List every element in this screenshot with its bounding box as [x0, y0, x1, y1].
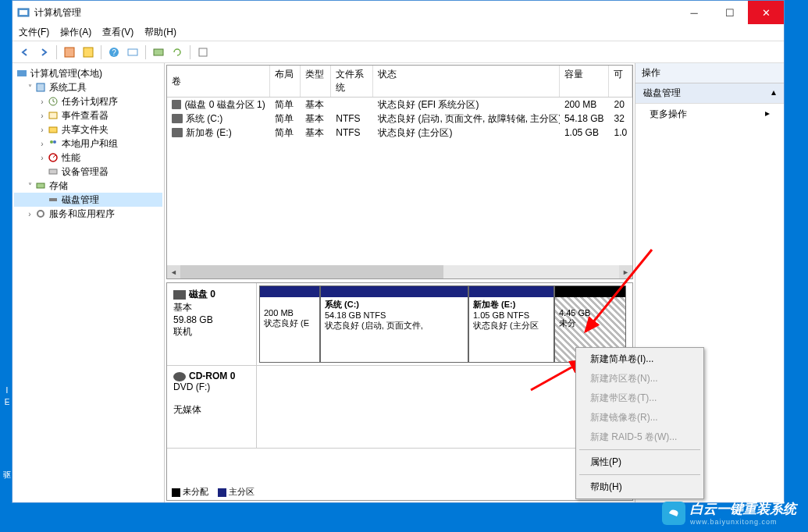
refresh-icon[interactable] [169, 44, 185, 60]
col-capacity[interactable]: 容量 [560, 66, 610, 97]
tree-services[interactable]: ›服务和应用程序 [14, 207, 162, 221]
tree-event-viewer[interactable]: ›事件查看器 [14, 108, 162, 122]
volume-icon [172, 114, 183, 123]
col-filesystem[interactable]: 文件系统 [331, 66, 373, 97]
svg-rect-19 [49, 198, 57, 201]
tree-device-manager[interactable]: 设备管理器 [14, 165, 162, 179]
disk-graphical-view: 磁盘 0 基本 59.88 GB 联机 200 MB状态良好 (E 系统 (C:… [166, 282, 633, 501]
menubar: 文件(F) 操作(A) 查看(V) 帮助(H) [12, 24, 784, 41]
tree-root[interactable]: 计算机管理(本地) [14, 66, 162, 80]
actions-diskmgmt[interactable]: 磁盘管理▴ [635, 83, 784, 104]
partition-newvol-e[interactable]: 新加卷 (E:)1.05 GB NTFS状态良好 (主分区 [468, 286, 554, 363]
menu-new-spanned-volume: 新建跨区卷(N)... [578, 369, 702, 388]
menu-action[interactable]: 操作(A) [60, 26, 91, 39]
cdrom-label[interactable]: CD-ROM 0 DVD (F:) 无媒体 [167, 366, 257, 448]
desktop-icon: 驱 [2, 470, 12, 481]
actions-more[interactable]: 更多操作▸ [635, 104, 784, 125]
volume-row[interactable]: (磁盘 0 磁盘分区 1) 简单基本状态良好 (EFI 系统分区)200 MB2… [167, 98, 632, 112]
desktop-icon: I [2, 386, 12, 395]
navigation-tree[interactable]: 计算机管理(本地) ˅系统工具 ›任务计划程序 ›事件查看器 ›共享文件夹 ›本… [12, 63, 165, 502]
svg-text:?: ? [112, 48, 116, 57]
menu-new-mirrored-volume: 新建镜像卷(R)... [578, 408, 702, 427]
menu-view[interactable]: 查看(V) [102, 26, 133, 39]
col-volume[interactable]: 卷 [167, 66, 270, 97]
menu-new-raid5-volume: 新建 RAID-5 卷(W)... [578, 427, 702, 447]
tree-storage[interactable]: ˅存储 [14, 179, 162, 193]
volume-icon [172, 100, 181, 109]
actions-header: 操作 [635, 63, 784, 83]
svg-rect-8 [199, 48, 207, 56]
svg-rect-9 [17, 70, 27, 76]
menu-new-striped-volume: 新建带区卷(T)... [578, 388, 702, 408]
svg-rect-17 [49, 169, 57, 174]
minimize-button[interactable]: ─ [676, 1, 712, 24]
toolbar-icon[interactable] [80, 44, 96, 60]
tree-disk-management[interactable]: 磁盘管理 [14, 193, 162, 207]
window-title: 计算机管理 [34, 6, 676, 20]
collapse-icon: ▴ [771, 87, 776, 100]
disk-icon [173, 290, 186, 300]
svg-rect-18 [37, 183, 44, 188]
menu-file[interactable]: 文件(F) [19, 26, 49, 39]
toolbar: ? [12, 41, 784, 63]
svg-point-20 [37, 211, 44, 217]
volume-icon [172, 128, 183, 137]
watermark: 白云一键重装系统 www.baiyunxitong.com [662, 500, 796, 526]
menu-help[interactable]: 帮助(H) [578, 477, 702, 497]
center-panel: 卷 布局 类型 文件系统 状态 容量 可 (磁盘 0 磁盘分区 1) 简单基本状… [165, 63, 635, 502]
legend: 未分配 主分区 [172, 486, 255, 498]
volume-row[interactable]: 新加卷 (E:) 简单基本NTFS状态良好 (主分区)1.05 GB1.0 [167, 126, 632, 140]
svg-rect-12 [49, 112, 57, 119]
svg-rect-2 [65, 48, 74, 57]
tree-system-tools[interactable]: ˅系统工具 [14, 80, 162, 94]
disk-label[interactable]: 磁盘 0 基本 59.88 GB 联机 [167, 283, 257, 365]
svg-rect-13 [49, 127, 57, 133]
disk-row[interactable]: 磁盘 0 基本 59.88 GB 联机 200 MB状态良好 (E 系统 (C:… [167, 283, 632, 366]
forward-button[interactable] [36, 44, 52, 60]
tree-task-scheduler[interactable]: ›任务计划程序 [14, 94, 162, 108]
volume-list-header[interactable]: 卷 布局 类型 文件系统 状态 容量 可 [167, 66, 632, 98]
tree-local-users[interactable]: ›本地用户和组 [14, 137, 162, 151]
volume-list[interactable]: 卷 布局 类型 文件系统 状态 容量 可 (磁盘 0 磁盘分区 1) 简单基本状… [166, 65, 633, 279]
horizontal-scrollbar[interactable]: ◄► [167, 265, 632, 278]
maximize-button[interactable]: ☐ [712, 1, 748, 24]
col-free[interactable]: 可 [609, 66, 632, 97]
tree-performance[interactable]: ›性能 [14, 151, 162, 165]
desktop-icon: E [2, 398, 12, 406]
toolbar-icon[interactable] [195, 44, 211, 60]
chevron-right-icon: ▸ [765, 108, 770, 121]
tree-shared-folders[interactable]: ›共享文件夹 [14, 122, 162, 137]
toolbar-icon[interactable] [125, 44, 141, 60]
menu-new-simple-volume[interactable]: 新建简单卷(I)... [578, 349, 702, 369]
app-icon [17, 6, 30, 19]
svg-point-15 [53, 140, 56, 144]
col-status[interactable]: 状态 [373, 66, 560, 97]
col-layout[interactable]: 布局 [270, 66, 301, 97]
context-menu: 新建简单卷(I)... 新建跨区卷(N)... 新建带区卷(T)... 新建镜像… [575, 347, 704, 499]
partition-efi[interactable]: 200 MB状态良好 (E [259, 286, 320, 363]
svg-rect-1 [20, 10, 27, 15]
volume-row[interactable]: 系统 (C:) 简单基本NTFS状态良好 (启动, 页面文件, 故障转储, 主分… [167, 112, 632, 126]
toolbar-icon[interactable] [62, 44, 77, 60]
cdrom-icon [173, 372, 186, 381]
menu-help[interactable]: 帮助(H) [144, 26, 176, 39]
svg-rect-7 [154, 49, 163, 55]
svg-point-14 [50, 140, 53, 144]
svg-rect-6 [128, 49, 137, 55]
help-icon[interactable]: ? [106, 44, 122, 60]
close-button[interactable]: ✕ [748, 1, 784, 24]
watermark-logo-icon [662, 502, 685, 525]
back-button[interactable] [17, 44, 33, 60]
menu-properties[interactable]: 属性(P) [578, 452, 702, 472]
partition-system-c[interactable]: 系统 (C:)54.18 GB NTFS状态良好 (启动, 页面文件, [320, 286, 468, 363]
toolbar-icon[interactable] [151, 44, 166, 60]
titlebar[interactable]: 计算机管理 ─ ☐ ✕ [12, 1, 784, 24]
col-type[interactable]: 类型 [301, 66, 331, 97]
svg-rect-3 [84, 48, 93, 57]
svg-rect-10 [37, 83, 44, 91]
disk-row[interactable]: CD-ROM 0 DVD (F:) 无媒体 [167, 366, 632, 449]
